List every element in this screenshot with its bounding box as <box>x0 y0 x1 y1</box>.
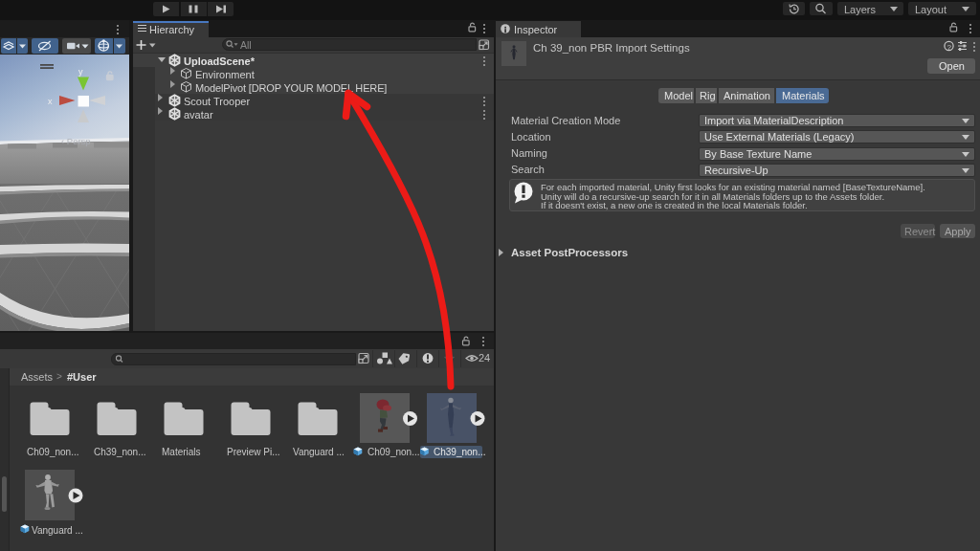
svg-text:y: y <box>78 67 83 77</box>
svg-text:x: x <box>48 97 53 106</box>
svg-text:‹ Persp: ‹ Persp <box>61 136 91 146</box>
